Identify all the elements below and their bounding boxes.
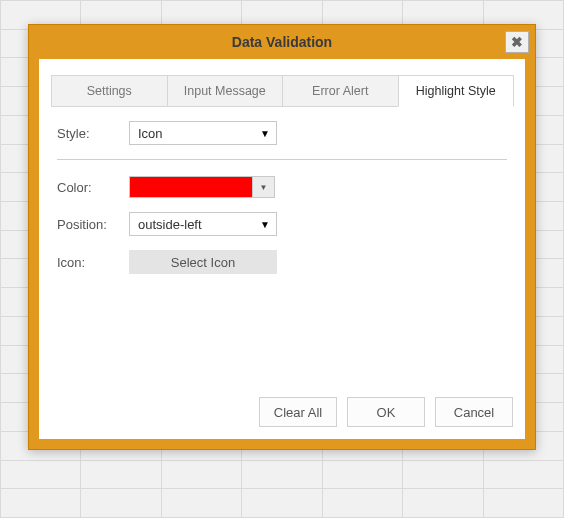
style-select-value: Icon	[138, 126, 163, 141]
clear-all-button[interactable]: Clear All	[259, 397, 337, 427]
style-select[interactable]: Icon ▼	[129, 121, 277, 145]
position-row: Position: outside-left ▼	[57, 212, 507, 236]
dialog-title: Data Validation	[232, 34, 332, 50]
dialog-footer: Clear All OK Cancel	[51, 387, 513, 427]
color-picker[interactable]: ▼	[129, 176, 275, 198]
color-label: Color:	[57, 180, 129, 195]
tab-input-message[interactable]: Input Message	[167, 75, 284, 106]
chevron-down-icon: ▼	[260, 183, 268, 192]
data-validation-dialog: Data Validation ✖ Settings Input Message…	[28, 24, 536, 450]
dialog-body: Settings Input Message Error Alert Highl…	[39, 59, 525, 439]
icon-row: Icon: Select Icon	[57, 250, 507, 274]
position-label: Position:	[57, 217, 129, 232]
separator	[57, 159, 507, 160]
ok-button[interactable]: OK	[347, 397, 425, 427]
chevron-down-icon: ▼	[260, 128, 270, 139]
style-label: Style:	[57, 126, 129, 141]
close-icon: ✖	[511, 34, 523, 50]
position-select-value: outside-left	[138, 217, 202, 232]
select-icon-button[interactable]: Select Icon	[129, 250, 277, 274]
tab-settings[interactable]: Settings	[51, 75, 168, 106]
tab-error-alert[interactable]: Error Alert	[282, 75, 399, 106]
cancel-button[interactable]: Cancel	[435, 397, 513, 427]
style-row: Style: Icon ▼	[57, 121, 507, 145]
chevron-down-icon: ▼	[260, 219, 270, 230]
color-swatch[interactable]	[129, 176, 253, 198]
tab-strip: Settings Input Message Error Alert Highl…	[51, 75, 513, 107]
color-row: Color: ▼	[57, 176, 507, 198]
position-select[interactable]: outside-left ▼	[129, 212, 277, 236]
tab-highlight-style[interactable]: Highlight Style	[398, 75, 515, 107]
dialog-titlebar[interactable]: Data Validation ✖	[29, 25, 535, 59]
icon-label: Icon:	[57, 255, 129, 270]
color-dropdown-button[interactable]: ▼	[253, 176, 275, 198]
select-icon-button-label: Select Icon	[171, 255, 235, 270]
tab-content-highlight-style: Style: Icon ▼ Color: ▼ Position:	[51, 107, 513, 387]
close-button[interactable]: ✖	[505, 31, 529, 53]
